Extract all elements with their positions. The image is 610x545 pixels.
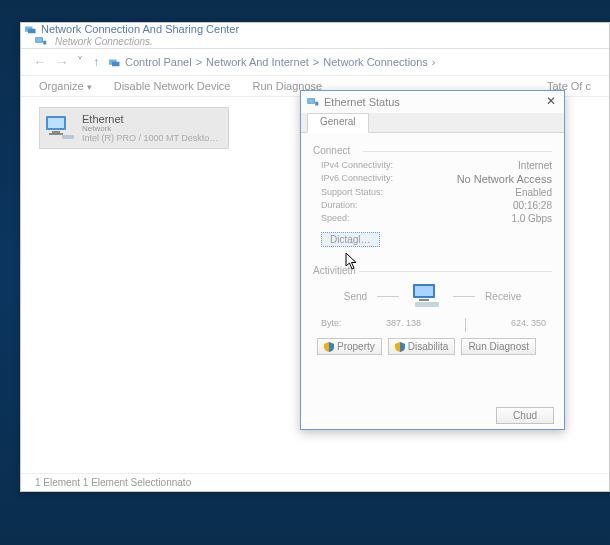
byte-row: Byte: 387. 138 624. 350 xyxy=(321,318,546,332)
svg-rect-14 xyxy=(415,286,433,296)
receive-label: Receive xyxy=(485,291,521,302)
speed-label: Speed: xyxy=(321,213,350,224)
computer-network-icon xyxy=(44,112,76,144)
speed-value: 1.0 Gbps xyxy=(511,213,552,224)
row-ipv6: IPv6 Connectivity: No Network Access xyxy=(321,173,552,185)
organize-menu[interactable]: Organize ▾ xyxy=(39,80,92,92)
ethernet-icon xyxy=(307,97,319,107)
shield-icon xyxy=(395,342,405,352)
send-label: Send xyxy=(344,291,367,302)
tab-label: Network Connections. xyxy=(55,36,153,47)
dialog-footer: Chud xyxy=(496,409,554,421)
row-duration: Duration: 00:16:28 xyxy=(321,200,552,211)
breadcrumb-part-3[interactable]: Network Connections xyxy=(323,56,428,68)
diagnose-button[interactable]: Run Diagnost xyxy=(461,338,536,355)
bytes-received: 624. 350 xyxy=(511,318,546,332)
svg-rect-8 xyxy=(52,131,60,133)
close-icon[interactable]: ✕ xyxy=(544,95,558,109)
svg-rect-15 xyxy=(419,299,429,301)
window-title: Network Connection And Sharing Center xyxy=(41,23,239,35)
connection-item-labels: Ethernet Network Intel (R) PRO / 1000 MT… xyxy=(82,113,222,144)
activity-dash-right xyxy=(453,296,475,297)
section-connect: Connect xyxy=(313,145,552,156)
row-ipv4: IPv4 Connectivity: Internet xyxy=(321,160,552,171)
svg-rect-9 xyxy=(49,133,63,135)
ethernet-status-dialog: Ethernet Status ✕ General Connect IPv4 C… xyxy=(300,90,565,430)
ipv4-value: Internet xyxy=(518,160,552,171)
forward-button[interactable]: → xyxy=(55,54,67,70)
svg-rect-7 xyxy=(48,118,64,128)
support-label: Support Status: xyxy=(321,187,383,198)
duration-value: 00:16:28 xyxy=(513,200,552,211)
connection-name: Ethernet xyxy=(82,113,222,125)
byte-separator xyxy=(465,318,466,332)
dialog-tabrow: General xyxy=(301,113,564,133)
row-speed: Speed: 1.0 Gbps xyxy=(321,213,552,224)
support-value: Enabled xyxy=(515,187,552,198)
duration-label: Duration: xyxy=(321,200,358,211)
dialog-titlebar: Ethernet Status ✕ xyxy=(301,91,564,113)
breadcrumb-sep-3: › xyxy=(432,56,436,68)
byte-label: Byte: xyxy=(321,318,342,332)
shield-icon xyxy=(324,342,334,352)
connection-adapter: Intel (R) PRO / 1000 MT Desktop Ad… xyxy=(82,134,222,144)
window-titlebar: Network Connection And Sharing Center xyxy=(21,23,609,35)
svg-rect-10 xyxy=(62,135,74,139)
navigation-row: ← → ˅ ↑ Control Panel > Network And Inte… xyxy=(21,49,609,75)
ipv4-label: IPv4 Connectivity: xyxy=(321,160,393,171)
activity-visual: Send Receive xyxy=(313,282,552,310)
breadcrumb-icon xyxy=(109,57,121,67)
ipv6-value: No Network Access xyxy=(457,173,552,185)
breadcrumb-sep-1: > xyxy=(196,56,202,68)
property-button[interactable]: Property xyxy=(317,338,382,355)
dialog-button-row: Property Disabilita Run Diagnost xyxy=(317,338,552,355)
up-button[interactable]: ↑ xyxy=(93,55,99,69)
close-button[interactable]: Chud xyxy=(496,407,554,424)
disable-device-button[interactable]: Disable Network Device xyxy=(114,80,231,92)
disable-button[interactable]: Disabilita xyxy=(388,338,456,355)
network-center-icon xyxy=(25,24,37,34)
details-button[interactable]: Dictagl… xyxy=(321,232,380,247)
network-connections-icon xyxy=(35,37,47,47)
svg-rect-11 xyxy=(308,99,315,104)
tab-general[interactable]: General xyxy=(307,113,369,133)
window-tabstrip: Network Connections. xyxy=(21,35,609,49)
dialog-title: Ethernet Status xyxy=(324,96,400,108)
status-text: 1 Element 1 Element Selectionnato xyxy=(35,477,191,488)
svg-rect-1 xyxy=(28,29,36,34)
breadcrumb-part-1[interactable]: Control Panel xyxy=(125,56,192,68)
ipv6-label: IPv6 Connectivity: xyxy=(321,173,393,185)
activity-computer-icon xyxy=(409,282,443,310)
back-button[interactable]: ← xyxy=(33,54,45,70)
status-bar: 1 Element 1 Element Selectionnato xyxy=(21,473,609,491)
bytes-sent: 387. 138 xyxy=(386,318,421,332)
breadcrumb-part-2[interactable]: Network And Internet xyxy=(206,56,309,68)
breadcrumb-sep-2: > xyxy=(313,56,319,68)
breadcrumb[interactable]: Control Panel > Network And Internet > N… xyxy=(109,56,436,68)
row-support: Support Status: Enabled xyxy=(321,187,552,198)
connection-status: Network xyxy=(82,125,222,134)
svg-rect-3 xyxy=(43,40,46,44)
svg-rect-5 xyxy=(112,62,120,67)
section-activity: Activitieth xyxy=(313,265,552,276)
svg-rect-2 xyxy=(36,37,43,42)
svg-rect-16 xyxy=(415,302,439,307)
connection-item-ethernet[interactable]: Ethernet Network Intel (R) PRO / 1000 MT… xyxy=(39,107,229,149)
recent-locations-chevron[interactable]: ˅ xyxy=(77,55,83,69)
svg-rect-12 xyxy=(315,102,318,106)
dialog-body: Connect IPv4 Connectivity: Internet IPv6… xyxy=(301,133,564,363)
activity-dash-left xyxy=(377,296,399,297)
